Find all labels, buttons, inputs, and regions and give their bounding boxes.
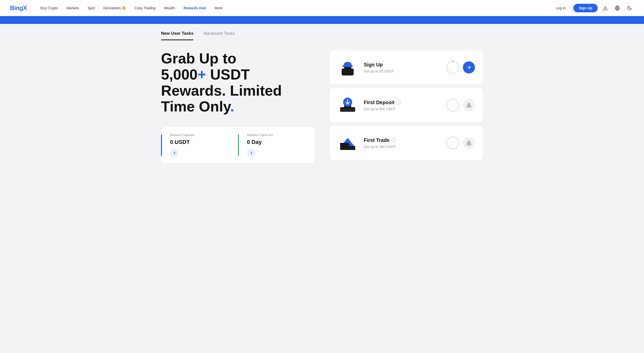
svg-rect-16 (340, 143, 348, 146)
stat-reward-claimed: Reward Claimed 0 USDT (161, 127, 238, 163)
stat-checkin-action[interactable] (247, 149, 255, 157)
deposit-progress-circle (446, 98, 460, 112)
logo-accent: X (23, 5, 27, 11)
hero-section: Grab Up to 5,000+ USDT Rewards. Limited … (161, 50, 483, 163)
signup-progress-circle (446, 60, 460, 74)
stats-row: Reward Claimed 0 USDT Weekly Check-ins 0… (161, 127, 314, 163)
stat-reward-label: Reward Claimed (168, 133, 231, 137)
task-trade-title-text: First Trade (364, 137, 389, 143)
navbar: BingX Buy Crypto Markets Spot Derivative… (0, 0, 644, 16)
stat-reward-value: 0 USDT (168, 139, 231, 145)
deposit-icon-wrap (338, 95, 358, 115)
task-signup-title-text: Sign Up (364, 62, 383, 68)
task-trade-info: First Trade i Get up to 500 USDT (364, 137, 440, 149)
globe-icon[interactable] (613, 4, 622, 13)
ticker-bar: ✦User fa***5@gmail.com has completed a t… (0, 16, 644, 24)
task-deposit-title-text: First Deposit (364, 100, 394, 105)
tab-advanced-tasks[interactable]: Advanced Tasks (204, 31, 234, 40)
trade-progress-circle (446, 136, 460, 150)
nav-derivatives[interactable]: Derivatives 🔥 (100, 4, 130, 12)
logo-main: Bing (10, 5, 23, 11)
stat-reward-action[interactable] (170, 149, 178, 157)
nav-links: Buy Crypto Markets Spot Derivatives 🔥 Co… (37, 4, 551, 12)
task-cards: Sign Up Get up to 30 USDT (330, 50, 483, 163)
stat-checkin-value: 0 Day (245, 139, 308, 145)
task-trade-subtitle: Get up to 500 USDT (364, 145, 440, 149)
ticker-inner: ✦User fa***5@gmail.com has completed a t… (0, 18, 644, 22)
deposit-info-icon[interactable]: i (396, 100, 401, 105)
logo[interactable]: BingX (10, 5, 27, 12)
main-content: New User Tasks Advanced Tasks Grab Up to… (146, 24, 498, 163)
deposit-icon (338, 95, 358, 115)
task-trade-title: First Trade i (364, 137, 440, 143)
task-trade-actions (446, 136, 475, 150)
hero-left: Grab Up to 5,000+ USDT Rewards. Limited … (161, 50, 314, 163)
nav-right: Log In Sign Up (551, 4, 634, 13)
tabs: New User Tasks Advanced Tasks (161, 24, 483, 40)
tab-new-user-tasks[interactable]: New User Tasks (161, 31, 193, 40)
trade-lock-button (463, 137, 475, 149)
signup-go-button[interactable] (463, 61, 475, 73)
trade-icon (338, 133, 358, 153)
logo-text: BingX (10, 5, 27, 11)
signup-icon (338, 57, 358, 77)
login-button[interactable]: Log In (551, 4, 570, 12)
nav-more[interactable]: More (211, 4, 226, 12)
svg-point-12 (447, 99, 459, 111)
task-deposit-subtitle: Get up to 500 USDT (364, 107, 440, 111)
trade-icon-wrap (338, 133, 358, 153)
theme-icon[interactable] (625, 4, 634, 13)
nav-spot[interactable]: Spot (84, 4, 98, 12)
stat-weekly-checkins: Weekly Check-ins 0 Day (238, 127, 315, 163)
nav-buy-crypto[interactable]: Buy Crypto (37, 4, 61, 12)
nav-wealth[interactable]: Wealth (160, 4, 178, 12)
svg-rect-19 (467, 143, 471, 145)
nav-markets[interactable]: Markets (63, 4, 83, 12)
task-deposit-info: First Deposit i Get up to 500 USDT (364, 100, 440, 111)
task-deposit-title: First Deposit i (364, 100, 440, 105)
task-signup-title: Sign Up (364, 62, 440, 68)
task-card-signup: Sign Up Get up to 30 USDT (330, 50, 483, 85)
svg-rect-5 (343, 65, 353, 67)
signup-icon-wrap (338, 57, 358, 77)
trade-info-icon[interactable]: i (391, 138, 396, 142)
task-signup-info: Sign Up Get up to 30 USDT (364, 62, 440, 73)
task-deposit-actions (446, 98, 475, 112)
stat-checkin-label: Weekly Check-ins (245, 133, 308, 137)
deposit-lock-button (463, 99, 475, 111)
task-signup-actions (446, 60, 475, 74)
svg-point-18 (447, 137, 459, 149)
task-card-deposit: First Deposit i Get up to 500 USDT (330, 88, 483, 122)
task-signup-subtitle: Get up to 30 USDT (364, 69, 440, 73)
svg-point-6 (447, 61, 459, 73)
stat-border-green (238, 134, 239, 156)
svg-rect-13 (467, 105, 471, 107)
signup-button[interactable]: Sign Up (573, 4, 598, 12)
download-icon[interactable] (601, 4, 610, 13)
stat-border-blue (161, 134, 162, 156)
hero-title: Grab Up to 5,000+ USDT Rewards. Limited … (161, 50, 314, 114)
nav-copy-trading[interactable]: Copy Trading (131, 4, 159, 12)
task-card-trade: First Trade i Get up to 500 USDT (330, 126, 483, 160)
svg-rect-9 (340, 109, 355, 110)
nav-rewards-hub[interactable]: Rewards Hub (180, 4, 209, 12)
